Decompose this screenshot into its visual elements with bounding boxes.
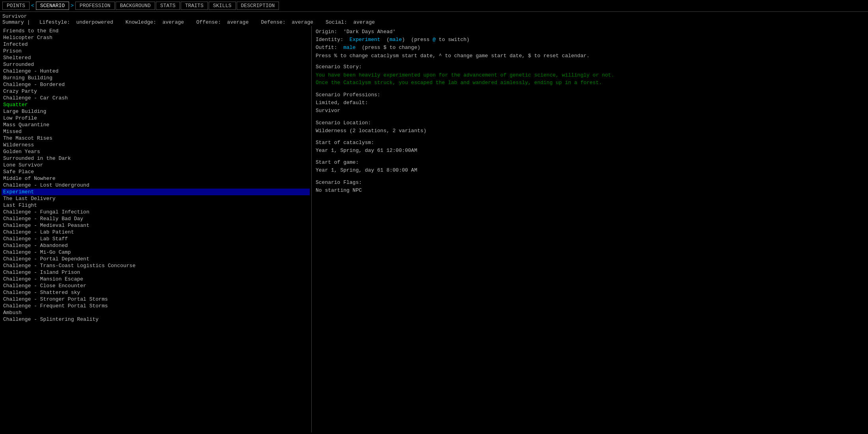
defense-value: average [292, 19, 313, 25]
list-item[interactable]: Challenge - Frequent Portal Storms [2, 303, 310, 309]
list-item[interactable]: Challenge - Stronger Portal Storms [2, 296, 310, 303]
location-title: Scenario Location: [316, 120, 864, 127]
list-item[interactable]: Challenge - Bordered [2, 81, 310, 88]
origin-line: Origin: 'Dark Days Ahead' [316, 28, 864, 36]
location-value: Wilderness (2 locations, 2 variants) [316, 127, 864, 135]
list-item[interactable]: Challenge - Medieval Peasant [2, 222, 310, 229]
list-item[interactable]: Experiment [2, 189, 310, 195]
scenario-list[interactable]: Friends to the EndHelicopter CrashInfect… [0, 26, 312, 432]
detail-panel: Origin: 'Dark Days Ahead' Identity: Expe… [312, 26, 868, 432]
outfit-gender: male [343, 45, 355, 51]
lifestyle-value: underpowered [76, 19, 113, 25]
story-title: Scenario Story: [316, 64, 864, 71]
list-item[interactable]: Surrounded [2, 61, 310, 68]
list-item[interactable]: Challenge - Trans-Coast Logistics Concou… [2, 262, 310, 269]
defense-label: Defense: [261, 19, 285, 25]
professions-desc: Limited, default: [316, 99, 864, 107]
list-item[interactable]: Friends to the End [2, 28, 310, 34]
social-value: average [353, 19, 375, 25]
origin-label: Origin: [316, 29, 337, 35]
tab-stats[interactable]: STATS [156, 2, 180, 10]
game-title: Start of game: [316, 159, 864, 166]
knowledge-label: Knowledge: [125, 19, 156, 25]
list-item[interactable]: Challenge - Car Crash [2, 95, 310, 101]
tab-points[interactable]: POINTS [2, 2, 30, 10]
press-hint: Press % to change cataclysm start date, … [316, 52, 864, 60]
list-item[interactable]: Challenge - Shattered sky [2, 289, 310, 296]
left-arrow-icon: < [30, 3, 35, 9]
character-title: Survivor [2, 13, 27, 19]
list-item[interactable]: Surrounded in the Dark [2, 155, 310, 162]
tab-description[interactable]: DESCRIPTION [237, 2, 279, 10]
tab-scenario[interactable]: SCENARIO [36, 2, 69, 10]
offense-label: Offense: [196, 19, 221, 25]
list-item[interactable]: Burning Building [2, 75, 310, 81]
summary-bar: Survivor Summary | Lifestyle: underpower… [0, 12, 868, 26]
offense-value: average [227, 19, 249, 25]
flags-title: Scenario Flags: [316, 179, 864, 186]
list-item[interactable]: The Mascot Rises [2, 135, 310, 142]
tab-background[interactable]: BACKGROUND [116, 2, 155, 10]
main-area: Friends to the EndHelicopter CrashInfect… [0, 26, 868, 432]
top-navigation: POINTS < SCENARIO > PROFESSION BACKGROUN… [0, 0, 868, 12]
identity-gender: male [389, 37, 402, 43]
list-item[interactable]: Challenge - Mansion Escape [2, 276, 310, 282]
list-item[interactable]: Safe Place [2, 168, 310, 175]
list-item[interactable]: Challenge - Hunted [2, 68, 310, 75]
list-item[interactable]: Challenge - Abandoned [2, 242, 310, 249]
right-arrow-icon: > [70, 3, 75, 9]
identity-line: Identity: Experiment (male) (press @ to … [316, 36, 864, 43]
tab-skills[interactable]: SKILLS [209, 2, 236, 10]
list-item[interactable]: Mass Quarantine [2, 122, 310, 128]
cataclysm-value: Year 1, Spring, day 61 12:00:00AM [316, 147, 864, 154]
tab-traits[interactable]: TRAITS [181, 2, 208, 10]
social-label: Social: [326, 19, 347, 25]
flags-value: No starting NPC [316, 187, 864, 194]
outfit-line: Outfit: male (press $ to change) [316, 44, 864, 51]
list-item[interactable]: Wilderness [2, 142, 310, 148]
list-item[interactable]: Challenge - Island Prison [2, 269, 310, 276]
cataclysm-title: Start of cataclysm: [316, 139, 864, 146]
list-item[interactable]: Challenge - Mi-Go Camp [2, 249, 310, 256]
identity-key: @ [432, 37, 436, 43]
list-item[interactable]: Infected [2, 41, 310, 48]
list-item[interactable]: Helicopter Crash [2, 34, 310, 41]
identity-label: Identity: [316, 37, 343, 43]
identity-name: Experiment [350, 37, 380, 43]
summary-label: Summary | [2, 19, 30, 25]
list-item[interactable]: Squatter [2, 101, 310, 108]
list-item[interactable]: The Last Delivery [2, 195, 310, 202]
list-item[interactable]: Missed [2, 128, 310, 135]
list-item[interactable]: Challenge - Lab Staff [2, 236, 310, 242]
list-item[interactable]: Prison [2, 48, 310, 54]
outfit-label: Outfit: [316, 45, 337, 51]
list-item[interactable]: Large Building [2, 108, 310, 115]
list-item[interactable]: Golden Years [2, 148, 310, 155]
list-item[interactable]: Challenge - Splintering Reality [2, 316, 310, 323]
list-item[interactable]: Middle of Nowhere [2, 175, 310, 182]
list-item[interactable]: Ambush [2, 309, 310, 316]
list-item[interactable]: Challenge - Fungal Infection [2, 209, 310, 215]
professions-title: Scenario Professions: [316, 92, 864, 99]
list-item[interactable]: Challenge - Lab Patient [2, 229, 310, 236]
list-item[interactable]: Last Flight [2, 202, 310, 209]
list-item[interactable]: Challenge - Lost Underground [2, 182, 310, 189]
list-item[interactable]: Challenge - Close Encounter [2, 282, 310, 289]
list-item[interactable]: Sheltered [2, 54, 310, 61]
origin-value: 'Dark Days Ahead' [343, 29, 396, 35]
knowledge-value: average [163, 19, 184, 25]
list-item[interactable]: Challenge - Portal Dependent [2, 256, 310, 262]
lifestyle-label: Lifestyle: [39, 19, 70, 25]
list-item[interactable]: Low Profile [2, 115, 310, 122]
tab-profession[interactable]: PROFESSION [75, 2, 115, 10]
profession-name: Survivor [316, 107, 864, 114]
game-value: Year 1, Spring, day 61 8:00:00 AM [316, 167, 864, 174]
story-line-1: You have been heavily experimented upon … [316, 71, 864, 79]
list-item[interactable]: Challenge - Really Bad Day [2, 215, 310, 222]
list-item[interactable]: Crazy Party [2, 88, 310, 95]
list-item[interactable]: Lone Survivor [2, 162, 310, 168]
story-line-2: Once the Cataclysm struck, you escaped t… [316, 79, 864, 87]
outfit-suffix: (press $ to change) [362, 45, 420, 51]
